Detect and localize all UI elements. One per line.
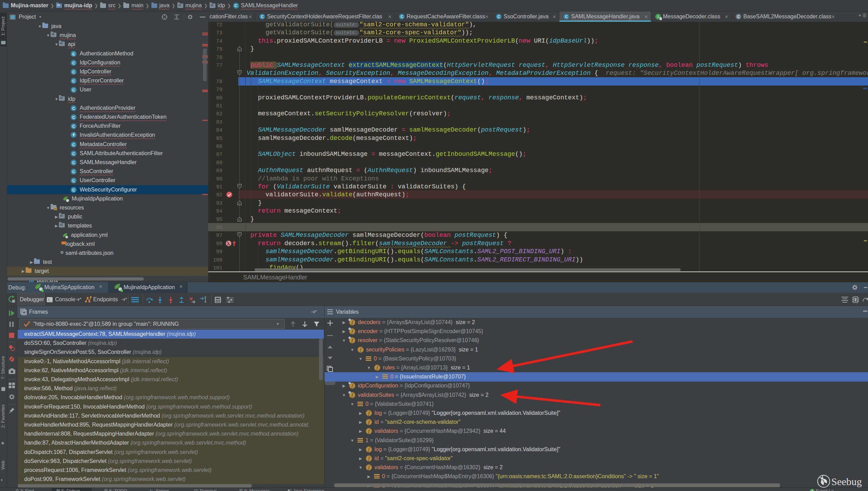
svg-text:Seebug: Seebug (831, 476, 862, 487)
